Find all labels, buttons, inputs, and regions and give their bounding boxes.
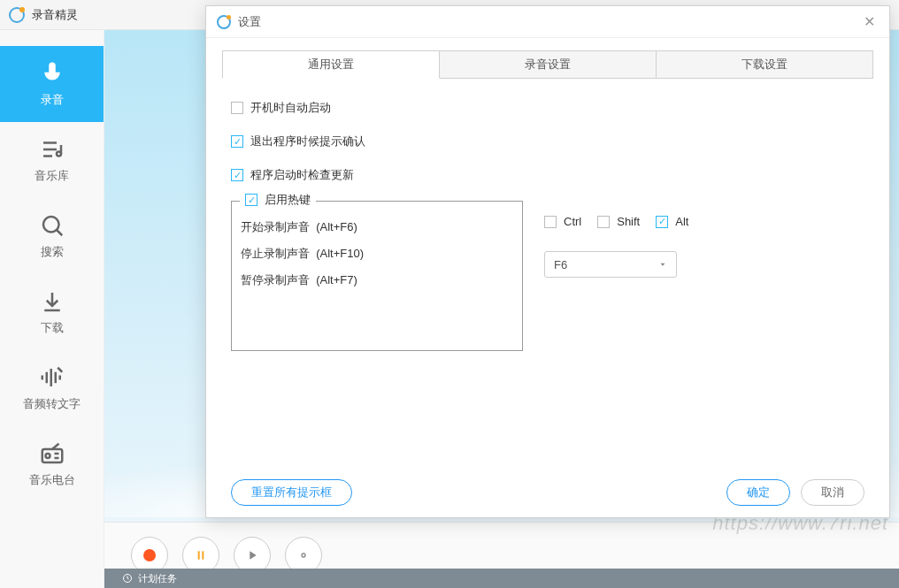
reset-button[interactable]: 重置所有提示框 [231, 479, 352, 506]
sidebar-item-download[interactable]: 下载 [0, 274, 104, 350]
option-enable-hotkey: 启用热键 [265, 192, 311, 208]
checkbox-enable-hotkey[interactable] [245, 194, 257, 206]
checkbox-check-update[interactable] [231, 169, 243, 181]
hotkey-row[interactable]: 开始录制声音 (Alt+F6) [241, 214, 513, 241]
tab-label: 下载设置 [741, 57, 788, 73]
sidebar-item-radio[interactable]: 音乐电台 [0, 426, 104, 502]
dialog-title: 设置 [238, 14, 261, 30]
tab-label: 录音设置 [525, 57, 571, 73]
sidebar-item-search[interactable]: 搜索 [0, 198, 104, 274]
tab-label: 通用设置 [308, 57, 354, 73]
app-logo-icon [9, 7, 25, 23]
sidebar-item-label: 录音 [41, 92, 64, 108]
svg-point-15 [43, 217, 59, 233]
tab-general[interactable]: 通用设置 [222, 50, 440, 79]
sidebar-item-library[interactable]: 音乐库 [0, 122, 104, 198]
svg-point-20 [45, 454, 50, 458]
option-check-update: 程序启动时检查更新 [250, 167, 354, 183]
dialog-close-icon[interactable]: ✕ [860, 10, 879, 34]
settings-dialog: 设置 ✕ 通用设置 录音设置 下载设置 开机时自动启动 退出程序时候提示确认 程… [205, 5, 890, 518]
modifier-ctrl: Ctrl [564, 215, 581, 228]
button-label: 确定 [747, 485, 770, 500]
checkbox-ctrl[interactable] [544, 216, 557, 228]
hotkey-row[interactable]: 暂停录制声音 (Alt+F7) [241, 267, 513, 294]
svg-rect-24 [198, 551, 200, 559]
svg-marker-26 [250, 551, 256, 559]
svg-rect-25 [202, 551, 204, 559]
checkbox-confirm-exit[interactable] [231, 135, 243, 148]
svg-line-16 [57, 230, 62, 235]
chevron-down-icon [658, 260, 667, 269]
button-label: 重置所有提示框 [251, 485, 332, 500]
tab-download[interactable]: 下载设置 [657, 50, 873, 79]
hotkey-row[interactable]: 停止录制声音 (Alt+F10) [241, 241, 513, 267]
tab-recording[interactable]: 录音设置 [440, 50, 657, 79]
key-select-value: F6 [554, 258, 567, 271]
sidebar-item-label: 音乐库 [35, 168, 69, 184]
sidebar-item-label: 下载 [41, 320, 64, 336]
modifier-alt: Alt [675, 215, 688, 228]
checkbox-shift[interactable] [597, 216, 610, 228]
app-title: 录音精灵 [32, 7, 78, 23]
svg-point-27 [302, 554, 305, 557]
sidebar-item-label: 音乐电台 [29, 472, 75, 488]
button-label: 取消 [821, 485, 844, 500]
modifier-shift: Shift [617, 215, 640, 228]
hotkey-listbox[interactable]: 开始录制声音 (Alt+F6) 停止录制声音 (Alt+F10) 暂停录制声音 … [231, 201, 523, 351]
sidebar-item-label: 音频转文字 [23, 396, 81, 412]
sidebar-item-transcribe[interactable]: 音频转文字 [0, 350, 104, 426]
ok-button[interactable]: 确定 [726, 479, 790, 506]
key-select[interactable]: F6 [544, 251, 677, 278]
sidebar-item-label: 搜索 [41, 244, 64, 260]
taskbar-label[interactable]: 计划任务 [138, 572, 177, 585]
option-confirm-exit: 退出程序时候提示确认 [250, 134, 365, 149]
checkbox-alt[interactable] [656, 216, 668, 228]
checkbox-autostart[interactable] [231, 102, 243, 114]
dialog-logo-icon [217, 15, 231, 29]
svg-marker-29 [661, 263, 665, 266]
sidebar-item-record[interactable]: 录音 [0, 46, 104, 122]
cancel-button[interactable]: 取消 [801, 479, 864, 506]
option-autostart: 开机时自动启动 [250, 100, 331, 116]
